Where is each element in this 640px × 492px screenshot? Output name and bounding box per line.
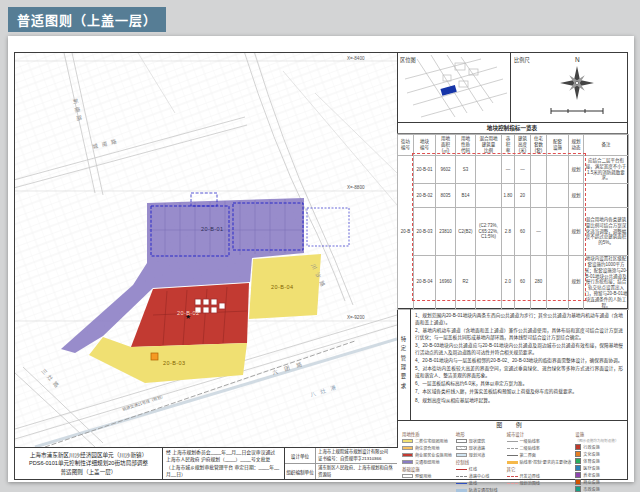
cell: 20-B-01 [414, 156, 436, 184]
line-plan-boundary [507, 483, 518, 484]
legend-col-landuse: 用地性质 二类住宅组团用地 商住混合用地 商业服务业设施用地 交通枢纽用地 基础… [400, 430, 454, 492]
sheet-title-banner: 普适图则（上盖一层） [8, 7, 166, 32]
cell: 2.8 [502, 208, 515, 256]
swatch-existing-building [456, 439, 467, 443]
cell [476, 156, 502, 184]
legend-label: 蓝线 [469, 480, 477, 486]
scale-north-cell: 比例尺 N [511, 53, 627, 122]
title-block-design: 设计单位 上海市上规院城市规划设计有限公司 证书编号：自资规甲字21310366… [285, 448, 397, 479]
cell: 2.0 [502, 256, 515, 310]
legend-label: 体育设施 [583, 458, 599, 464]
swatch-river [456, 453, 467, 457]
scale-title: 比例尺 [514, 56, 530, 63]
legend-label: 贴线率“控制”要求的主要街道 [520, 459, 572, 465]
th-plot: 地块 编号 [414, 135, 436, 156]
facility-medical-icon [575, 465, 581, 471]
note-item: 2、基地内机动车通道（含地面和盖上通道）兼作公共通道使用，具体布局和宽度可结合设… [415, 327, 623, 341]
legend-group-title: 控制线 [456, 459, 503, 465]
legend-label: 文化设施 [583, 451, 599, 457]
cell: 规划 [569, 208, 584, 256]
legend-label: 商住混合用地 [415, 445, 440, 451]
table-row: 20-B-02 8035 B14 1.80 20 规划 [398, 184, 629, 208]
facility-culture-icon [575, 451, 581, 457]
plot-label-4: 20-B-04 [271, 284, 293, 290]
design-unit-label: 设计单位 [285, 448, 316, 463]
cell: 20 [515, 184, 531, 208]
th-status: 规划 动态 [569, 135, 584, 156]
drawing-frame: ★ 20-B-01 20-B-02 20-B-03 20-B-04 城南路 新德… [14, 52, 628, 480]
cell [531, 156, 547, 184]
legend-label: 规划河道 [469, 452, 485, 458]
right-panel: 区位图 比例尺 [397, 53, 627, 479]
th-height: 建筑 高度 (米) [515, 135, 531, 156]
table-header-row: 街坊 编号 地块 编号 用地 面积 (㎡) 用地 性质 代码 混合用地 建筑量 … [398, 135, 629, 156]
line-red [456, 469, 467, 470]
legend-group-title: 基础设施 [402, 466, 452, 472]
notes-side-label: 特定管理要求 [397, 309, 411, 420]
cell: 16960 [436, 256, 456, 310]
th-code: 用地 性质 代码 [456, 135, 476, 156]
legend-label: 养老设施 [583, 472, 599, 478]
indicator-table-section: 地块控制指标一览表 街坊 编号 地块 编号 用地 面积 (㎡) 用地 性质 代码 [397, 123, 627, 309]
north-label: N [575, 56, 580, 63]
th-mix: 混合用地 建筑量 比例 [476, 135, 502, 156]
cell: 20-B-04 [414, 256, 436, 310]
legend-label: 商业设施 [583, 479, 599, 485]
cell [547, 256, 569, 310]
th-units: 住宅 套数 (套) [531, 135, 547, 156]
legend-label: 第二界面 [520, 452, 536, 458]
line-setback1 [507, 441, 518, 442]
cell: — [502, 156, 515, 184]
swatch-existing-road [456, 446, 467, 450]
line-main-street [507, 461, 518, 464]
cell [476, 256, 502, 310]
th-area: 用地 面积 (㎡) [436, 135, 456, 156]
legend-label: 一级贴线率 [520, 438, 540, 444]
legend-label: 交通枢纽用地 [415, 459, 440, 465]
cell: 280 [531, 256, 547, 310]
cell-block: 20-B [398, 156, 414, 310]
scale-bar [551, 108, 603, 114]
plot-label-3: 20-B-03 [163, 360, 185, 366]
design-unit-cert: 证书编号：自资规甲字21310366 [318, 456, 395, 462]
line-centerline [456, 476, 467, 477]
cell [547, 156, 569, 184]
approval-line3: （上海市城乡规划审批管理平台 审定日期：____年__月__日） [166, 464, 281, 479]
grid-label-1: X=-8800 [347, 185, 365, 190]
cell-remark: 应结合二层平台衔接，满足宽度不小于1.5米的消防疏散要求。 [584, 156, 629, 184]
legend-label: 规划范围线 [520, 480, 540, 486]
plan-sheet: ★ 20-B-01 20-B-02 20-B-03 20-B-04 城南路 新德… [8, 36, 634, 482]
org-unit-name: 浦东新区人民政府、上海市规划和自然资源局 [318, 465, 395, 477]
legend-label: 预留用地 [415, 473, 431, 479]
plot-label-2: 20-B-02 [177, 310, 199, 316]
title-block: 上海市浦东新区川沙经济园区单元（川沙新镇） PDS6-0101单元控制性详细规划… [15, 448, 397, 479]
cell [547, 184, 569, 208]
table-row: 20-B-04 16960 R2 2.0 60 280 规划 地块内设置社区级配… [398, 256, 629, 310]
legend-label: 现状道路 [469, 445, 485, 451]
page: 普适图则（上盖一层） [0, 0, 640, 492]
line-blue [456, 483, 467, 484]
grid-label-2: X=-9200 [347, 315, 365, 320]
org-unit-label: 组织编制单位 [285, 464, 316, 479]
cell: 规划 [569, 156, 584, 184]
swatch-residential [402, 439, 413, 443]
legend-label: 市政设施 [583, 486, 599, 492]
facility-municipal-icon [575, 486, 581, 492]
legend-title: 图 例 [397, 421, 627, 430]
cell [476, 184, 502, 208]
legend-label: 道路中心线 [469, 473, 489, 479]
cell: 1.80 [502, 184, 515, 208]
legend-group-title: 其它 [507, 466, 572, 472]
legend-label: 现状建筑 [469, 438, 485, 444]
zoning-map: ★ 20-B-01 20-B-02 20-B-03 20-B-04 城南路 新德… [15, 53, 398, 448]
location-map-cell: 区位图 [397, 53, 511, 122]
title-block-project: 上海市浦东新区川沙经济园区单元（川沙新镇） PDS6-0101单元控制性详细规划… [15, 448, 163, 479]
cell: 9602 [436, 156, 456, 184]
legend-subtitle: （图示设施均为规划设施） [575, 438, 622, 443]
note-item: 7、本区域各类杆线入廊，并落实盖板结构预留以上荷载及停车库的荷载要求。 [415, 388, 623, 395]
table-row: 20-B 20-B-01 9602 S3 — — 规划 应结合二层平台衔接，满足… [398, 156, 629, 184]
location-scale-section: 区位图 比例尺 [397, 53, 627, 123]
cell: 60 [515, 256, 531, 310]
location-minimap [397, 53, 511, 123]
approval-line2: 上海市人民政府 沪府规划（____）____号文批复 [166, 456, 281, 463]
